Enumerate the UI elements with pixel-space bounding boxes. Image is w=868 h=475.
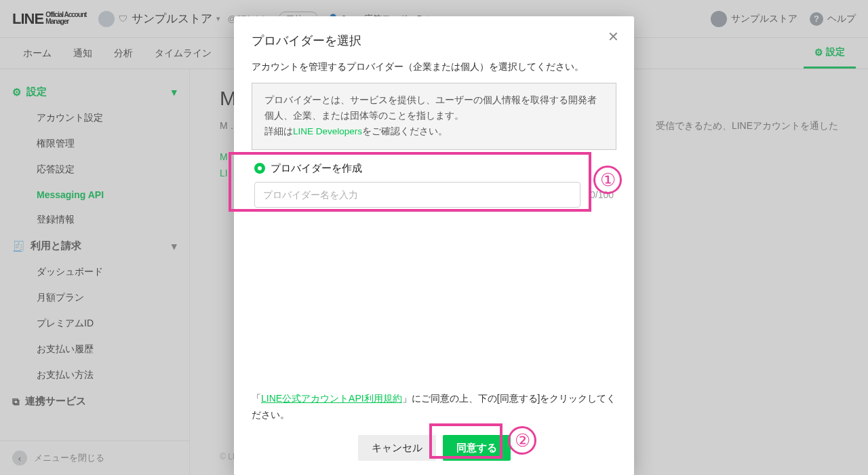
terms-link[interactable]: LINE公式アカウントAPI利用規約 (261, 393, 402, 404)
modal-infobox: プロバイダーとは、サービスを提供し、ユーザーの個人情報を取得する開発者個人、企業… (252, 83, 616, 150)
provider-name-input[interactable] (254, 182, 580, 208)
modal-overlay: ✕ プロバイダーを選択 アカウントを管理するプロバイダー（企業または個人）を選択… (0, 0, 868, 475)
cancel-button[interactable]: キャンセル (358, 435, 436, 461)
char-counter: 0/100 (590, 189, 614, 200)
agree-button[interactable]: 同意する (443, 435, 511, 461)
modal-actions: キャンセル 同意する (252, 435, 616, 461)
provider-name-row: 0/100 (252, 182, 616, 214)
radio-checked-icon (254, 163, 265, 174)
line-developers-link[interactable]: LINE Developers (293, 126, 362, 136)
terms-text: 「LINE公式アカウントAPI利用規約」にご同意の上、下の[同意する]をクリック… (252, 391, 616, 423)
modal-title: プロバイダーを選択 (252, 33, 616, 49)
provider-modal: ✕ プロバイダーを選択 アカウントを管理するプロバイダー（企業または個人）を選択… (234, 16, 634, 475)
close-icon[interactable]: ✕ (608, 30, 619, 43)
create-provider-radio[interactable]: プロバイダーを作成 (252, 158, 616, 182)
modal-desc: アカウントを管理するプロバイダー（企業または個人）を選択してください。 (252, 61, 616, 73)
